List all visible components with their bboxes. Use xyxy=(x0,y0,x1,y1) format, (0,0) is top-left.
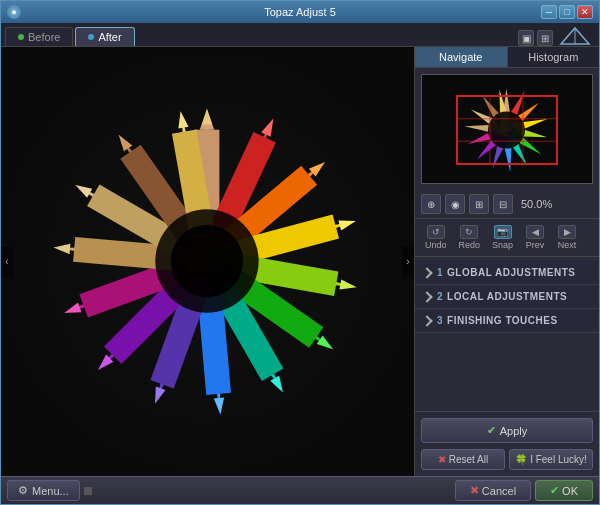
status-indicator xyxy=(84,487,92,495)
undo-button[interactable]: ↺ Undo xyxy=(421,223,451,252)
title-bar-left: ● xyxy=(7,5,21,19)
redo-button[interactable]: ↻ Redo xyxy=(455,223,485,252)
maximize-button[interactable]: □ xyxy=(559,5,575,19)
tab-before-label: Before xyxy=(28,31,60,43)
cancel-icon: ✖ xyxy=(470,484,479,497)
global-label: GLOBAL ADJUSTMENTS xyxy=(447,267,575,278)
panel-bottom: ✔ Apply ✖ Reset All 🍀 I Feel Lucky! xyxy=(415,411,599,476)
nav-left-arrow[interactable]: ‹ xyxy=(1,247,13,277)
main-content: ‹ › Navigate Histogram xyxy=(1,47,599,476)
prev-button[interactable]: ◀ Prev xyxy=(521,223,549,252)
menu-button[interactable]: ⚙ Menu... xyxy=(7,480,80,501)
window-controls: ─ □ ✕ xyxy=(541,5,593,19)
check-icon: ✔ xyxy=(487,424,496,437)
undo-icon: ↺ xyxy=(427,225,445,239)
nav-right-arrow[interactable]: › xyxy=(402,247,414,277)
preview-image-container[interactable] xyxy=(421,74,593,184)
local-adjustments-section: 2 LOCAL ADJUSTMENTS xyxy=(415,285,599,309)
view-tabs: Before After ▣ ⊞ xyxy=(1,23,599,47)
toolbar-icons: ⊕ ◉ ⊞ ⊟ 50.0% xyxy=(415,190,599,219)
finishing-section: 3 FINISHING TOUCHES xyxy=(415,309,599,333)
tool-icon-4[interactable]: ⊟ xyxy=(493,194,513,214)
local-number: 2 xyxy=(437,291,443,302)
adjustments-list: 1 GLOBAL ADJUSTMENTS 2 LOCAL ADJUSTMENTS… xyxy=(415,257,599,411)
global-adjustments-section: 1 GLOBAL ADJUSTMENTS xyxy=(415,261,599,285)
minimize-button[interactable]: ─ xyxy=(541,5,557,19)
finishing-number: 3 xyxy=(437,315,443,326)
global-adjustments-header[interactable]: 1 GLOBAL ADJUSTMENTS xyxy=(415,261,599,284)
bottom-right: ✖ Cancel ✔ OK xyxy=(455,480,593,501)
brand-logo xyxy=(559,26,591,46)
next-button[interactable]: ▶ Next xyxy=(553,223,581,252)
snap-icon: 📷 xyxy=(494,225,512,239)
bottom-row-buttons: ✖ Reset All 🍀 I Feel Lucky! xyxy=(415,449,599,476)
window-title: Topaz Adjust 5 xyxy=(264,6,336,18)
next-icon: ▶ xyxy=(558,225,576,239)
after-dot xyxy=(88,34,94,40)
local-adjustments-header[interactable]: 2 LOCAL ADJUSTMENTS xyxy=(415,285,599,308)
tool-icon-1[interactable]: ⊕ xyxy=(421,194,441,214)
reset-icon: ✖ xyxy=(438,454,446,465)
tab-after-label: After xyxy=(98,31,121,43)
global-number: 1 xyxy=(437,267,443,278)
app-icon: ● xyxy=(7,5,21,19)
image-canvas[interactable]: ‹ › xyxy=(1,47,414,476)
main-window: ● Topaz Adjust 5 ─ □ ✕ Before After ▣ ⊞ xyxy=(0,0,600,505)
preview-svg xyxy=(422,75,592,184)
single-view-icon[interactable]: ▣ xyxy=(518,30,534,46)
bottom-bar: ⚙ Menu... ✖ Cancel ✔ OK xyxy=(1,476,599,504)
finishing-arrow-icon xyxy=(421,315,432,326)
close-button[interactable]: ✕ xyxy=(577,5,593,19)
snap-button[interactable]: 📷 Snap xyxy=(488,223,517,252)
cancel-button[interactable]: ✖ Cancel xyxy=(455,480,531,501)
prev-icon: ◀ xyxy=(526,225,544,239)
finishing-label: FINISHING TOUCHES xyxy=(447,315,558,326)
local-label: LOCAL ADJUSTMENTS xyxy=(447,291,567,302)
tool-icon-2[interactable]: ◉ xyxy=(445,194,465,214)
tab-after[interactable]: After xyxy=(75,27,134,46)
bottom-left: ⚙ Menu... xyxy=(7,480,92,501)
reset-all-button[interactable]: ✖ Reset All xyxy=(421,449,505,470)
feel-lucky-button[interactable]: 🍀 I Feel Lucky! xyxy=(509,449,593,470)
ok-check-icon: ✔ xyxy=(550,484,559,497)
menu-icon: ⚙ xyxy=(18,484,28,497)
svg-point-70 xyxy=(488,111,525,148)
finishing-header[interactable]: 3 FINISHING TOUCHES xyxy=(415,309,599,332)
topaz-logo-svg xyxy=(559,26,591,46)
split-view-icon[interactable]: ⊞ xyxy=(537,30,553,46)
action-buttons-row: ↺ Undo ↻ Redo 📷 Snap ◀ Prev ▶ Next xyxy=(415,219,599,257)
panel-tabs: Navigate Histogram xyxy=(415,47,599,68)
tool-icon-3[interactable]: ⊞ xyxy=(469,194,489,214)
navigator-preview xyxy=(415,68,599,190)
redo-icon: ↻ xyxy=(460,225,478,239)
local-arrow-icon xyxy=(421,291,432,302)
apply-button[interactable]: ✔ Apply xyxy=(421,418,593,443)
global-arrow-icon xyxy=(421,267,432,278)
pencils-image xyxy=(1,47,414,476)
lucky-icon: 🍀 xyxy=(515,454,527,465)
tab-before[interactable]: Before xyxy=(5,27,73,46)
histogram-tab[interactable]: Histogram xyxy=(508,47,600,67)
navigate-tab[interactable]: Navigate xyxy=(415,47,508,67)
svg-point-52 xyxy=(171,225,243,297)
right-panel: Navigate Histogram xyxy=(414,47,599,476)
zoom-level: 50.0% xyxy=(521,198,552,210)
before-dot xyxy=(18,34,24,40)
ok-button[interactable]: ✔ OK xyxy=(535,480,593,501)
title-bar: ● Topaz Adjust 5 ─ □ ✕ xyxy=(1,1,599,23)
